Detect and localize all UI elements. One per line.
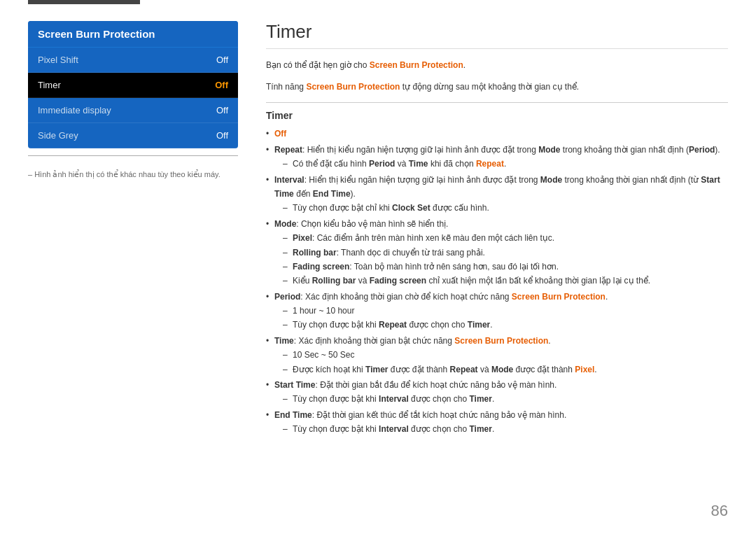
mode-sub-pixel: Pixel: Các điểm ảnh trên màn hình xen kẽ… [283, 231, 728, 245]
sidebar-item-immediate-display-label: Immediate display [38, 105, 111, 115]
kw-period-main: Period [274, 292, 300, 302]
period-sub-note: Tùy chọn được bật khi Repeat được chọn c… [283, 318, 728, 332]
sidebar-divider [28, 155, 238, 156]
sidebar-item-side-grey[interactable]: Side Grey Off [28, 123, 238, 148]
kw-fading-screen: Fading screen [293, 262, 349, 272]
sidebar-item-immediate-display-value: Off [216, 105, 228, 115]
sidebar-item-side-grey-value: Off [216, 130, 228, 141]
mode-sub-rolling: Rolling bar: Thanh dọc di chuyển từ trái… [283, 246, 728, 260]
start-time-sub-note: Tùy chọn được bật khi Interval được chọn… [283, 392, 728, 406]
kw-rolling-bar: Rolling bar [293, 248, 337, 258]
intro-highlight-1: Screen Burn Protection [370, 60, 463, 70]
kw-fading-screen-2: Fading screen [370, 276, 426, 286]
mode-sub-note: Kiểu Rolling bar và Fading screen chỉ xu… [283, 274, 728, 288]
kw-pixel: Pixel [293, 233, 312, 243]
kw-sbp-period: Screen Burn Protection [512, 292, 606, 302]
kw-timer-end: Timer [469, 424, 491, 434]
kw-timer-period: Timer [468, 320, 490, 330]
list-item-end-time: End Time: Đặt thời gian kết thúc để tắt … [266, 408, 728, 437]
intro-highlight-2: Screen Burn Protection [306, 82, 400, 92]
kw-clockset: Clock Set [392, 203, 430, 213]
sidebar-item-immediate-display[interactable]: Immediate display Off [28, 98, 238, 123]
kw-sbp-time: Screen Burn Protection [454, 336, 548, 346]
intro-line2: Tính năng Screen Burn Protection tự động… [266, 80, 728, 94]
time-sub-range: 10 Sec ~ 50 Sec [283, 348, 728, 362]
list-item-off: Off [266, 127, 728, 141]
top-accent-bar [28, 0, 140, 4]
end-time-sub-note: Tùy chọn được bật khi Interval được chọn… [283, 422, 728, 436]
sidebar-item-timer-value: Off [215, 80, 228, 90]
sidebar-item-pixel-shift-value: Off [216, 55, 228, 65]
sidebar: Screen Burn Protection Pixel Shift Off T… [28, 14, 238, 520]
time-sublist: 10 Sec ~ 50 Sec Được kích hoạt khi Timer… [283, 348, 728, 377]
sidebar-item-timer[interactable]: Timer Off [28, 73, 238, 98]
kw-pixel-time: Pixel [575, 365, 594, 374]
kw-mode-1: Mode [538, 145, 560, 155]
list-item-mode: Mode: Chọn kiểu bảo vệ màn hình sẽ hiển … [266, 217, 728, 288]
mode-sublist: Pixel: Các điểm ảnh trên màn hình xen kẽ… [283, 231, 728, 288]
interval-sublist: Tùy chọn được bật chỉ khi Clock Set được… [283, 201, 728, 215]
kw-end-time-main: End Time [274, 410, 312, 420]
kw-mode-time: Mode [491, 365, 513, 374]
list-item-start-time: Start Time: Đặt thời gian bắt đầu để kíc… [266, 378, 728, 407]
repeat-sub-1: Có thể đặt cấu hình Period và Time khi đ… [283, 157, 728, 171]
sidebar-title: Screen Burn Protection [28, 21, 238, 48]
kw-repeat-sub: Repeat [476, 159, 504, 169]
sidebar-item-pixel-shift[interactable]: Pixel Shift Off [28, 48, 238, 73]
kw-period-1: Period [689, 145, 715, 155]
main-container: Screen Burn Protection Pixel Shift Off T… [0, 0, 756, 534]
page-number: 86 [711, 502, 728, 520]
list-item-repeat: Repeat: Hiển thị kiểu ngăn hiện tượng gi… [266, 143, 728, 171]
kw-timer-time: Timer [365, 365, 388, 374]
kw-timer-start: Timer [469, 394, 491, 404]
kw-time-sub: Time [409, 159, 428, 169]
period-sub-range: 1 hour ~ 10 hour [283, 304, 728, 318]
sidebar-note: – Hình ảnh hiển thị có thể khác nhau tùy… [28, 169, 238, 181]
page-title: Timer [266, 21, 728, 49]
kw-interval: Interval [274, 175, 304, 185]
sidebar-item-timer-label: Timer [38, 80, 61, 90]
sidebar-item-pixel-shift-label: Pixel Shift [38, 55, 78, 65]
kw-mode-main: Mode [274, 219, 296, 229]
repeat-sublist: Có thể đặt cấu hình Period và Time khi đ… [283, 157, 728, 171]
start-time-sublist: Tùy chọn được bật khi Interval được chọn… [283, 392, 728, 406]
end-time-sublist: Tùy chọn được bật khi Interval được chọn… [283, 422, 728, 436]
kw-time-main: Time [274, 336, 294, 346]
sidebar-menu: Screen Burn Protection Pixel Shift Off T… [28, 21, 238, 148]
bullet-list: Off Repeat: Hiển thị kiểu ngăn hiện tượn… [266, 127, 728, 436]
intro-line1: Bạn có thể đặt hẹn giờ cho Screen Burn P… [266, 59, 728, 72]
time-sub-note: Được kích hoạt khi Timer được đặt thành … [283, 363, 728, 377]
list-item-interval: Interval: Hiển thị kiểu ngăn hiện tượng … [266, 173, 728, 216]
kw-end-time-1: End Time [313, 189, 351, 199]
period-sublist: 1 hour ~ 10 hour Tùy chọn được bật khi R… [283, 304, 728, 332]
kw-interval-end: Interval [379, 424, 409, 434]
kw-repeat-time: Repeat [450, 365, 478, 374]
sidebar-item-side-grey-label: Side Grey [38, 130, 78, 141]
kw-interval-start: Interval [379, 394, 409, 404]
list-item-period: Period: Xác định khoảng thời gian chờ để… [266, 290, 728, 332]
kw-start-time-main: Start Time [274, 380, 315, 390]
content-area: Timer Bạn có thể đặt hẹn giờ cho Screen … [266, 14, 728, 520]
kw-off: Off [274, 129, 286, 139]
kw-period-sub: Period [369, 159, 395, 169]
kw-repeat-period: Repeat [379, 320, 407, 330]
hour-text: hour [300, 306, 316, 316]
mode-sub-fading: Fading screen: Toàn bộ màn hình trở nên … [283, 260, 728, 274]
interval-sub-1: Tùy chọn được bật chỉ khi Clock Set được… [283, 201, 728, 215]
kw-mode-2: Mode [540, 175, 562, 185]
content-divider [266, 102, 728, 103]
kw-rolling-bar-2: Rolling bar [312, 276, 356, 286]
section-title: Timer [266, 110, 728, 121]
kw-repeat: Repeat [274, 145, 302, 155]
list-item-time: Time: Xác định khoảng thời gian bật chức… [266, 334, 728, 377]
